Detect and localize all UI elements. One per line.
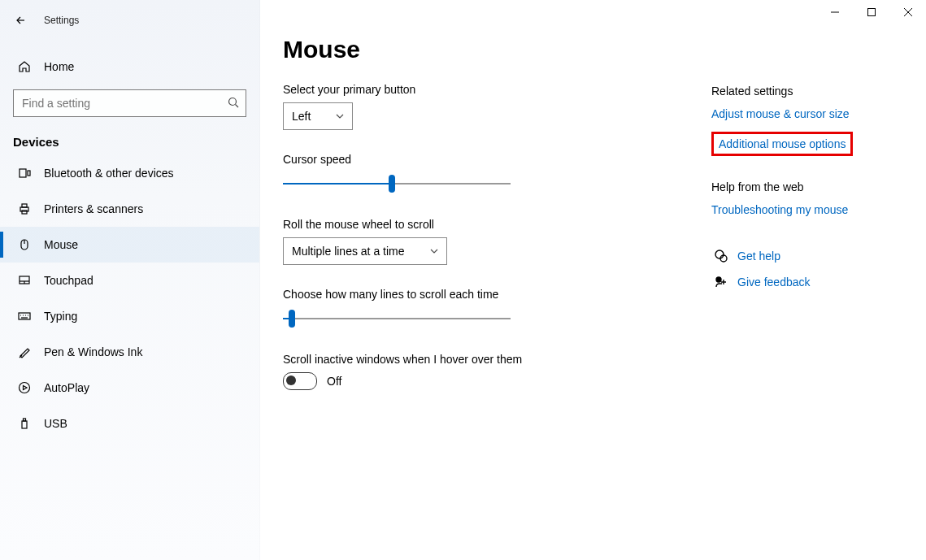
wheel-mode-value: Multiple lines at a time [292, 245, 405, 258]
sidebar-item-label: Bluetooth & other devices [44, 167, 174, 180]
pen-icon [16, 345, 33, 359]
sidebar-item-label: USB [44, 417, 67, 430]
svg-rect-23 [22, 421, 27, 428]
page-title: Mouse [283, 36, 926, 63]
sidebar-item-printers[interactable]: Printers & scanners [0, 191, 259, 227]
help-title: Help from the web [711, 180, 906, 193]
mouse-icon [16, 237, 33, 252]
sidebar-item-touchpad[interactable]: Touchpad [0, 263, 259, 298]
chevron-down-icon [430, 245, 438, 258]
scroll-inactive-toggle[interactable] [283, 372, 317, 390]
lines-per-scroll-slider[interactable] [283, 307, 511, 330]
search-icon [228, 97, 239, 111]
sidebar: Settings Home Devices Bluetooth & other … [0, 0, 260, 560]
svg-rect-7 [28, 171, 30, 176]
touchpad-icon [16, 273, 33, 288]
svg-point-22 [20, 383, 30, 393]
window-title: Settings [44, 15, 79, 26]
svg-rect-6 [20, 169, 26, 177]
keyboard-icon [16, 309, 33, 323]
back-button[interactable] [5, 8, 37, 33]
usb-icon [16, 416, 33, 431]
sidebar-item-label: Mouse [44, 238, 78, 251]
sidebar-item-usb[interactable]: USB [0, 406, 259, 441]
sidebar-item-label: Typing [44, 310, 77, 323]
sidebar-group-header: Devices [13, 135, 246, 149]
sidebar-item-autoplay[interactable]: AutoPlay [0, 370, 259, 406]
sidebar-item-label: Pen & Windows Ink [44, 345, 142, 358]
svg-point-4 [229, 98, 237, 105]
slider-thumb[interactable] [289, 310, 295, 328]
sidebar-home[interactable]: Home [0, 49, 259, 85]
cursor-speed-slider[interactable] [283, 172, 511, 195]
primary-button-value: Left [292, 110, 311, 123]
sidebar-home-label: Home [44, 60, 74, 73]
sidebar-item-mouse[interactable]: Mouse [0, 227, 259, 263]
slider-track [283, 318, 511, 319]
scroll-inactive-state: Off [327, 375, 341, 388]
additional-options-highlight: Additional mouse options [711, 132, 853, 156]
wheel-mode-select[interactable]: Multiple lines at a time [283, 237, 447, 265]
sidebar-item-pen[interactable]: Pen & Windows Ink [0, 334, 259, 370]
related-title: Related settings [711, 85, 906, 98]
home-icon [16, 59, 33, 74]
autoplay-icon [16, 380, 33, 395]
feedback-icon [711, 275, 731, 289]
toggle-knob [286, 376, 296, 385]
sidebar-item-label: Touchpad [44, 274, 93, 287]
related-settings: Related settings Adjust mouse & cursor s… [711, 85, 906, 301]
svg-rect-16 [19, 313, 30, 319]
get-help-link[interactable]: Get help [737, 250, 780, 263]
adjust-cursor-link[interactable]: Adjust mouse & cursor size [711, 107, 906, 120]
sidebar-item-label: AutoPlay [44, 381, 89, 394]
give-feedback-link[interactable]: Give feedback [737, 276, 811, 289]
sidebar-item-typing[interactable]: Typing [0, 298, 259, 334]
devices-icon [16, 166, 33, 180]
get-help-icon [711, 249, 731, 263]
svg-rect-24 [24, 419, 26, 421]
search-input[interactable] [20, 96, 202, 111]
slider-thumb[interactable] [389, 175, 395, 193]
search-box[interactable] [13, 89, 246, 117]
printer-icon [16, 202, 33, 216]
sidebar-item-bluetooth[interactable]: Bluetooth & other devices [0, 155, 259, 191]
additional-options-link[interactable]: Additional mouse options [719, 137, 846, 150]
scroll-inactive-label: Scroll inactive windows when I hover ove… [283, 353, 926, 366]
svg-rect-9 [22, 204, 27, 207]
primary-button-select[interactable]: Left [283, 102, 353, 130]
svg-point-25 [715, 250, 724, 258]
chevron-down-icon [336, 110, 344, 123]
svg-point-27 [716, 277, 721, 282]
svg-line-5 [236, 104, 239, 107]
slider-fill [283, 183, 392, 184]
sidebar-item-label: Printers & scanners [44, 202, 143, 215]
troubleshoot-link[interactable]: Troubleshooting my mouse [711, 203, 906, 216]
